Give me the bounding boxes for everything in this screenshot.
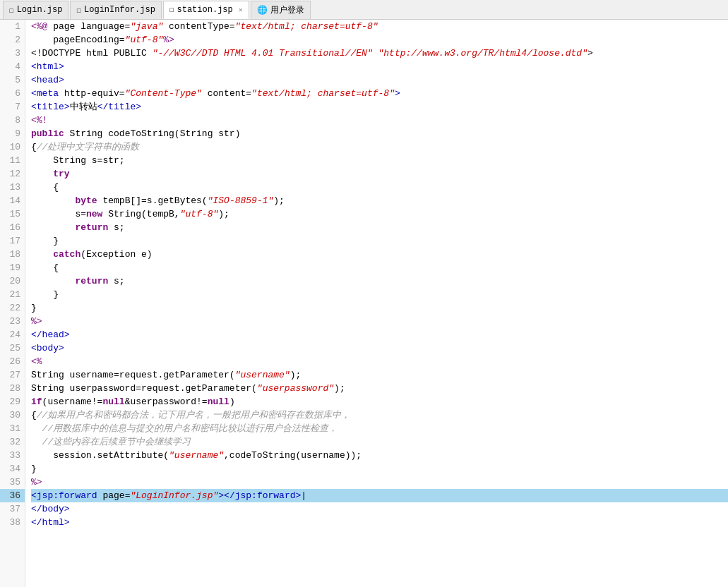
line-num-2: 2 [0, 33, 25, 47]
code-line-35: %> [31, 476, 728, 489]
line-num-11: 11 [0, 154, 25, 167]
code-line-28: String userpassword=request.getParameter… [31, 382, 728, 395]
line-num-31: 31 [0, 422, 25, 435]
line-num-4: 4 [0, 60, 25, 73]
editor: 1 2 3 4 5 6 7 8 9 10 11 12 13 14 15 16 1… [0, 20, 728, 587]
line-num-13: 13 [0, 181, 25, 194]
code-line-31: //用数据库中的信息与提交的用户名和密码比较以进行用户合法性检查， [31, 422, 728, 435]
code-line-16: return s; [31, 221, 728, 234]
tab-logininfor-jsp[interactable]: ◻ LoginInfor.jsp [70, 1, 161, 19]
code-line-26: <% [31, 355, 728, 368]
line-num-10: 10 [0, 140, 25, 154]
line-num-25: 25 [0, 341, 25, 355]
code-line-34: } [31, 462, 728, 476]
line-num-7: 7 [0, 100, 25, 114]
line-num-15: 15 [0, 207, 25, 221]
code-line-25: <body> [31, 341, 728, 355]
line-num-23: 23 [0, 315, 25, 328]
line-num-17: 17 [0, 234, 25, 248]
line-num-38: 38 [0, 516, 25, 529]
line-num-1: 1 [0, 20, 25, 33]
code-line-37: </body> [31, 502, 728, 516]
line-num-16: 16 [0, 221, 25, 234]
line-num-14: 14 [0, 194, 25, 207]
line-num-28: 28 [0, 382, 25, 395]
code-line-36: <jsp:forward page="LoginInfor.jsp"></jsp… [31, 489, 728, 502]
line-num-30: 30 [0, 409, 25, 422]
code-line-22: } [31, 301, 728, 315]
tab-label-user-login: 用户登录 [270, 4, 304, 16]
code-line-33: session.setAttribute("username",codeToSt… [31, 449, 728, 462]
tab-icon-login: ◻ [9, 6, 14, 15]
tab-login-jsp[interactable]: ◻ Login.jsp [3, 1, 68, 19]
code-line-24: </head> [31, 328, 728, 341]
line-num-19: 19 [0, 261, 25, 274]
line-num-26: 26 [0, 355, 25, 368]
line-numbers: 1 2 3 4 5 6 7 8 9 10 11 12 13 14 15 16 1… [0, 20, 25, 587]
code-line-21: } [31, 288, 728, 301]
code-line-23: %> [31, 315, 728, 328]
code-line-17: } [31, 234, 728, 248]
line-num-21: 21 [0, 288, 25, 301]
code-line-18: catch(Exception e) [31, 248, 728, 261]
line-num-8: 8 [0, 114, 25, 127]
line-num-22: 22 [0, 301, 25, 315]
code-line-15: s=new String(tempB,"utf-8"); [31, 207, 728, 221]
code-line-32: //这些内容在后续章节中会继续学习 [31, 435, 728, 449]
code-line-30: {//如果用户名和密码都合法，记下用户名，一般把用户和密码存在数据库中， [31, 409, 728, 422]
tab-icon-logininfor: ◻ [76, 6, 81, 15]
code-line-11: String s=str; [31, 154, 728, 167]
code-line-14: byte tempB[]=s.getBytes("ISO-8859-1"); [31, 194, 728, 207]
code-line-1: <%@ page language="java" contentType="te… [31, 20, 728, 33]
tab-label-login: Login.jsp [17, 5, 63, 15]
line-num-5: 5 [0, 73, 25, 87]
tab-label-station: station.jsp [177, 5, 233, 15]
line-num-37: 37 [0, 502, 25, 516]
code-line-13: { [31, 181, 728, 194]
code-line-8: <%! [31, 114, 728, 127]
code-line-2: pageEncoding="utf-8"%> [31, 33, 728, 47]
line-num-32: 32 [0, 435, 25, 449]
code-line-4: <html> [31, 60, 728, 73]
tab-icon-station: ◻ [169, 5, 174, 14]
tab-close-station[interactable]: ✕ [239, 6, 243, 14]
line-num-24: 24 [0, 328, 25, 341]
line-num-9: 9 [0, 127, 25, 140]
tab-user-login[interactable]: 🌐 用户登录 [251, 1, 311, 19]
tab-station-jsp[interactable]: ◻ station.jsp ✕ [163, 1, 249, 19]
tab-globe-icon: 🌐 [257, 5, 268, 16]
code-line-29: if(username!=null&userpassword!=null) [31, 395, 728, 409]
line-num-33: 33 [0, 449, 25, 462]
code-line-9: public String codeToString(String str) [31, 127, 728, 140]
code-line-38: </html> [31, 516, 728, 529]
line-num-12: 12 [0, 167, 25, 181]
code-line-20: return s; [31, 274, 728, 288]
code-line-10: {//处理中文字符串的函数 [31, 140, 728, 154]
code-line-19: { [31, 261, 728, 274]
code-line-27: String username=request.getParameter("us… [31, 368, 728, 382]
line-num-20: 20 [0, 274, 25, 288]
code-line-3: <!DOCTYPE html PUBLIC "-//W3C//DTD HTML … [31, 47, 728, 60]
line-num-36: 36 [0, 489, 25, 502]
line-num-29: 29 [0, 395, 25, 409]
line-num-35: 35 [0, 476, 25, 489]
tab-bar: ◻ Login.jsp ◻ LoginInfor.jsp ◻ station.j… [0, 0, 728, 20]
line-num-27: 27 [0, 368, 25, 382]
line-num-18: 18 [0, 248, 25, 261]
code-content[interactable]: <%@ page language="java" contentType="te… [25, 20, 728, 587]
line-num-3: 3 [0, 47, 25, 60]
line-num-6: 6 [0, 87, 25, 100]
code-line-12: try [31, 167, 728, 181]
line-num-34: 34 [0, 462, 25, 476]
tab-label-logininfor: LoginInfor.jsp [84, 5, 155, 15]
code-line-5: <head> [31, 73, 728, 87]
code-line-6: <meta http-equiv="Content-Type" content=… [31, 87, 728, 100]
code-line-7: <title>中转站</title> [31, 100, 728, 114]
